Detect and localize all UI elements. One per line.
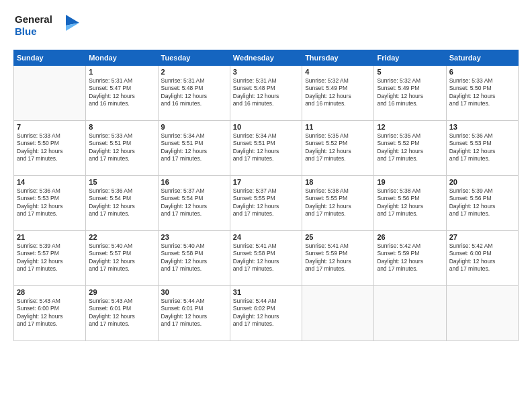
day-number: 25: [305, 233, 371, 241]
day-number: 12: [377, 123, 443, 131]
day-number: 8: [89, 123, 154, 131]
calendar-cell: 7Sunrise: 5:33 AMSunset: 5:50 PMDaylight…: [14, 121, 86, 176]
calendar-cell: 12Sunrise: 5:35 AMSunset: 5:52 PMDayligh…: [374, 121, 446, 176]
page: General Blue SundayMondayTuesdayWednesda…: [0, 0, 532, 411]
calendar-cell: 27Sunrise: 5:42 AMSunset: 6:00 PMDayligh…: [446, 231, 518, 286]
calendar-cell: 29Sunrise: 5:43 AMSunset: 6:01 PMDayligh…: [86, 286, 158, 341]
calendar-cell: [302, 286, 374, 341]
calendar-cell: 17Sunrise: 5:37 AMSunset: 5:55 PMDayligh…: [230, 176, 302, 231]
weekday-header-tuesday: Tuesday: [158, 50, 230, 66]
calendar-cell: 13Sunrise: 5:36 AMSunset: 5:53 PMDayligh…: [446, 121, 518, 176]
calendar-cell: 23Sunrise: 5:40 AMSunset: 5:58 PMDayligh…: [158, 231, 230, 286]
cell-info: Sunrise: 5:31 AMSunset: 5:48 PMDaylight:…: [161, 77, 227, 108]
day-number: 14: [17, 178, 83, 186]
day-number: 23: [161, 233, 227, 241]
day-number: 1: [89, 68, 154, 76]
weekday-header-friday: Friday: [374, 50, 446, 66]
cell-info: Sunrise: 5:33 AMSunset: 5:50 PMDaylight:…: [449, 77, 515, 108]
cell-info: Sunrise: 5:33 AMSunset: 5:51 PMDaylight:…: [89, 132, 154, 163]
cell-info: Sunrise: 5:34 AMSunset: 5:51 PMDaylight:…: [161, 132, 227, 163]
logo-content: General Blue: [13, 11, 87, 43]
calendar-cell: 15Sunrise: 5:36 AMSunset: 5:54 PMDayligh…: [86, 176, 158, 231]
cell-info: Sunrise: 5:43 AMSunset: 6:00 PMDaylight:…: [17, 298, 83, 328]
cell-info: Sunrise: 5:41 AMSunset: 5:58 PMDaylight:…: [233, 242, 299, 273]
calendar-week-5: 28Sunrise: 5:43 AMSunset: 6:00 PMDayligh…: [14, 286, 519, 341]
calendar-table: SundayMondayTuesdayWednesdayThursdayFrid…: [13, 50, 519, 341]
cell-info: Sunrise: 5:44 AMSunset: 6:01 PMDaylight:…: [161, 298, 227, 328]
cell-info: Sunrise: 5:31 AMSunset: 5:47 PMDaylight:…: [89, 77, 154, 108]
weekday-header-row: SundayMondayTuesdayWednesdayThursdayFrid…: [14, 50, 519, 66]
calendar-cell: 6Sunrise: 5:33 AMSunset: 5:50 PMDaylight…: [446, 66, 518, 121]
calendar-cell: 8Sunrise: 5:33 AMSunset: 5:51 PMDaylight…: [86, 121, 158, 176]
cell-info: Sunrise: 5:40 AMSunset: 5:57 PMDaylight:…: [89, 242, 154, 273]
cell-info: Sunrise: 5:40 AMSunset: 5:58 PMDaylight:…: [161, 242, 227, 273]
day-number: 4: [305, 68, 371, 76]
calendar-cell: 4Sunrise: 5:32 AMSunset: 5:49 PMDaylight…: [302, 66, 374, 121]
cell-info: Sunrise: 5:44 AMSunset: 6:02 PMDaylight:…: [233, 298, 299, 328]
weekday-header-sunday: Sunday: [14, 50, 86, 66]
cell-info: Sunrise: 5:37 AMSunset: 5:54 PMDaylight:…: [161, 187, 227, 218]
cell-info: Sunrise: 5:33 AMSunset: 5:50 PMDaylight:…: [17, 132, 83, 163]
day-number: 30: [161, 288, 227, 296]
calendar-cell: 30Sunrise: 5:44 AMSunset: 6:01 PMDayligh…: [158, 286, 230, 341]
calendar-cell: 20Sunrise: 5:39 AMSunset: 5:56 PMDayligh…: [446, 176, 518, 231]
calendar-cell: 19Sunrise: 5:38 AMSunset: 5:56 PMDayligh…: [374, 176, 446, 231]
weekday-header-wednesday: Wednesday: [230, 50, 302, 66]
cell-info: Sunrise: 5:31 AMSunset: 5:48 PMDaylight:…: [233, 77, 299, 108]
calendar-cell: 21Sunrise: 5:39 AMSunset: 5:57 PMDayligh…: [14, 231, 86, 286]
day-number: 16: [161, 178, 227, 186]
calendar-week-3: 14Sunrise: 5:36 AMSunset: 5:53 PMDayligh…: [14, 176, 519, 231]
cell-info: Sunrise: 5:32 AMSunset: 5:49 PMDaylight:…: [305, 77, 371, 108]
logo: General Blue: [13, 11, 87, 43]
header: General Blue: [13, 11, 519, 43]
cell-info: Sunrise: 5:42 AMSunset: 6:00 PMDaylight:…: [449, 242, 515, 273]
cell-info: Sunrise: 5:34 AMSunset: 5:51 PMDaylight:…: [233, 132, 299, 163]
calendar-cell: 18Sunrise: 5:38 AMSunset: 5:55 PMDayligh…: [302, 176, 374, 231]
calendar-cell: 28Sunrise: 5:43 AMSunset: 6:00 PMDayligh…: [14, 286, 86, 341]
calendar-week-2: 7Sunrise: 5:33 AMSunset: 5:50 PMDaylight…: [14, 121, 519, 176]
cell-info: Sunrise: 5:39 AMSunset: 5:56 PMDaylight:…: [449, 187, 515, 218]
calendar-cell: 1Sunrise: 5:31 AMSunset: 5:47 PMDaylight…: [86, 66, 158, 121]
calendar-cell: 2Sunrise: 5:31 AMSunset: 5:48 PMDaylight…: [158, 66, 230, 121]
day-number: 15: [89, 178, 154, 186]
day-number: 24: [233, 233, 299, 241]
calendar-cell: 26Sunrise: 5:42 AMSunset: 5:59 PMDayligh…: [374, 231, 446, 286]
cell-info: Sunrise: 5:32 AMSunset: 5:49 PMDaylight:…: [377, 77, 443, 108]
calendar-cell: 25Sunrise: 5:41 AMSunset: 5:59 PMDayligh…: [302, 231, 374, 286]
calendar-cell: [374, 286, 446, 341]
day-number: 2: [161, 68, 227, 76]
cell-info: Sunrise: 5:36 AMSunset: 5:53 PMDaylight:…: [17, 187, 83, 218]
calendar-cell: 22Sunrise: 5:40 AMSunset: 5:57 PMDayligh…: [86, 231, 158, 286]
weekday-header-thursday: Thursday: [302, 50, 374, 66]
calendar-cell: 5Sunrise: 5:32 AMSunset: 5:49 PMDaylight…: [374, 66, 446, 121]
day-number: 28: [17, 288, 83, 296]
day-number: 6: [449, 68, 515, 76]
day-number: 21: [17, 233, 83, 241]
calendar-cell: 10Sunrise: 5:34 AMSunset: 5:51 PMDayligh…: [230, 121, 302, 176]
calendar-cell: 24Sunrise: 5:41 AMSunset: 5:58 PMDayligh…: [230, 231, 302, 286]
cell-info: Sunrise: 5:42 AMSunset: 5:59 PMDaylight:…: [377, 242, 443, 273]
cell-info: Sunrise: 5:36 AMSunset: 5:53 PMDaylight:…: [449, 132, 515, 163]
day-number: 9: [161, 123, 227, 131]
calendar-cell: 3Sunrise: 5:31 AMSunset: 5:48 PMDaylight…: [230, 66, 302, 121]
calendar-cell: 16Sunrise: 5:37 AMSunset: 5:54 PMDayligh…: [158, 176, 230, 231]
day-number: 11: [305, 123, 371, 131]
cell-info: Sunrise: 5:41 AMSunset: 5:59 PMDaylight:…: [305, 242, 371, 273]
svg-text:Blue: Blue: [15, 26, 37, 37]
day-number: 22: [89, 233, 154, 241]
calendar-cell: 9Sunrise: 5:34 AMSunset: 5:51 PMDaylight…: [158, 121, 230, 176]
cell-info: Sunrise: 5:38 AMSunset: 5:55 PMDaylight:…: [305, 187, 371, 218]
cell-info: Sunrise: 5:35 AMSunset: 5:52 PMDaylight:…: [305, 132, 371, 163]
day-number: 17: [233, 178, 299, 186]
weekday-header-saturday: Saturday: [446, 50, 518, 66]
cell-info: Sunrise: 5:43 AMSunset: 6:01 PMDaylight:…: [89, 298, 154, 328]
calendar-cell: 11Sunrise: 5:35 AMSunset: 5:52 PMDayligh…: [302, 121, 374, 176]
day-number: 20: [449, 178, 515, 186]
day-number: 10: [233, 123, 299, 131]
day-number: 31: [233, 288, 299, 296]
cell-info: Sunrise: 5:35 AMSunset: 5:52 PMDaylight:…: [377, 132, 443, 163]
day-number: 29: [89, 288, 154, 296]
calendar-cell: 31Sunrise: 5:44 AMSunset: 6:02 PMDayligh…: [230, 286, 302, 341]
day-number: 7: [17, 123, 83, 131]
day-number: 18: [305, 178, 371, 186]
